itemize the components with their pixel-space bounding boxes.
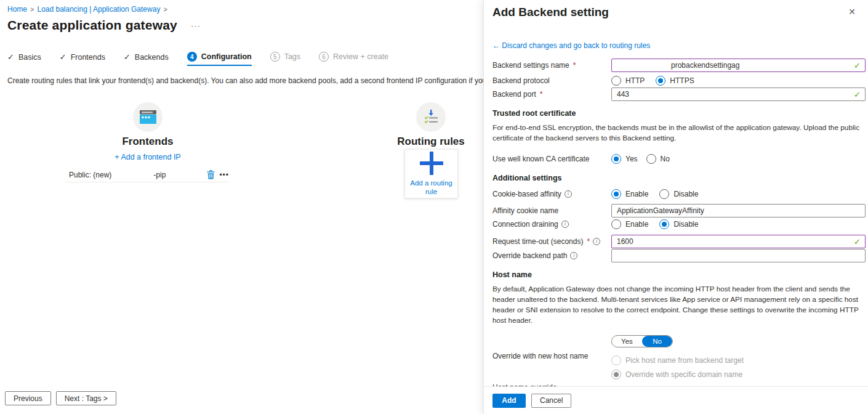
required-asterisk: * (573, 61, 576, 70)
override-with-new-host-name-label: Override with new host name (492, 352, 588, 360)
more-options-icon[interactable]: ··· (191, 21, 201, 30)
connection-draining-label: Connection draining (492, 220, 558, 229)
override-backend-path-input[interactable] (611, 249, 866, 262)
override-backend-path-label: Override backend path (492, 251, 567, 260)
frontends-section-title: Frontends (86, 136, 209, 148)
tab-tags[interactable]: 5 Tags (270, 52, 300, 66)
breadcrumb-load-balancing-link[interactable]: Load balancing | Application Gateway (37, 5, 160, 14)
add-routing-rule-label: Add a routing rule (409, 179, 454, 197)
radio-icon (659, 189, 669, 199)
radio-disabled-checked-icon (611, 370, 621, 380)
required-asterisk: * (540, 90, 543, 99)
info-icon[interactable]: i (565, 190, 572, 198)
override-specific-domain-radio: Override with specific domain name (611, 370, 866, 380)
tab-basics[interactable]: ✓ Basics (7, 52, 41, 66)
protocol-http-radio[interactable]: HTTP (611, 76, 645, 86)
backend-protocol-label: Backend protocol (492, 76, 550, 85)
backend-settings-name-label: Backend settings name (492, 61, 569, 70)
request-timeout-input[interactable] (611, 235, 866, 248)
use-well-known-ca-label: Use well known CA certificate (492, 155, 589, 163)
chevron-right-icon: > (30, 6, 34, 13)
frontend-ip-row: Public: (new) -pip ••• (65, 168, 229, 182)
add-button[interactable]: Add (492, 394, 526, 408)
info-icon[interactable]: i (561, 221, 569, 228)
discard-changes-link[interactable]: ← Discard changes and go back to routing… (492, 41, 859, 50)
backend-settings-name-input[interactable] (611, 59, 866, 72)
row-more-options-icon[interactable]: ••• (219, 171, 229, 179)
panel-title: Add Backend setting (492, 6, 609, 19)
affinity-cookie-name-input[interactable] (611, 204, 866, 217)
radio-icon (646, 154, 656, 164)
ca-no-radio[interactable]: No (646, 154, 670, 164)
backend-port-input[interactable] (611, 87, 866, 101)
protocol-https-radio[interactable]: HTTPS (656, 76, 694, 86)
routing-rules-section-title: Routing rules (369, 136, 492, 148)
tab-backends[interactable]: ✓ Backends (124, 52, 169, 66)
radio-checked-icon (659, 219, 669, 229)
radio-checked-icon (611, 189, 621, 199)
radio-icon (611, 76, 621, 86)
tab-configuration[interactable]: 4 Configuration (187, 52, 252, 66)
page-title: Create application gateway (7, 18, 177, 33)
radio-checked-icon (611, 154, 621, 164)
close-icon[interactable]: ✕ (846, 6, 858, 18)
connection-draining-disable-radio[interactable]: Disable (659, 219, 698, 229)
connection-draining-enable-radio[interactable]: Enable (611, 219, 648, 229)
additional-settings-heading: Additional settings (492, 174, 866, 182)
routing-rules-icon (416, 102, 446, 132)
chevron-right-icon: > (163, 6, 167, 13)
override-hostname-toggle[interactable]: Yes No (611, 335, 673, 347)
radio-icon (611, 219, 621, 229)
step-number-badge: 5 (270, 52, 280, 62)
add-backend-setting-panel: Add Backend setting ✕ ← Discard changes … (483, 0, 868, 414)
info-icon[interactable]: i (570, 252, 577, 259)
check-icon: ✓ (60, 52, 66, 62)
radio-checked-icon (656, 76, 665, 86)
cookie-based-affinity-label: Cookie-based affinity (492, 190, 561, 198)
radio-disabled-icon (611, 355, 621, 365)
info-icon[interactable]: i (593, 238, 600, 245)
required-asterisk: * (587, 237, 590, 246)
frontend-ip-name-suffix: -pip (153, 171, 166, 179)
host-name-heading: Host name (492, 270, 866, 279)
frontend-ip-name: Public: (new) (69, 171, 111, 179)
trusted-root-certificate-heading: Trusted root certificate (492, 109, 866, 118)
trusted-root-certificate-description: For end-to-end SSL encryption, the backe… (492, 123, 862, 144)
ca-yes-radio[interactable]: Yes (611, 154, 638, 164)
delete-trash-icon[interactable] (207, 170, 215, 179)
request-timeout-label: Request time-out (seconds) (492, 237, 583, 246)
cookie-affinity-enable-radio[interactable]: Enable (611, 189, 648, 199)
pick-host-name-radio: Pick host name from backend target (611, 355, 866, 365)
backend-port-label: Backend port (492, 90, 536, 99)
cookie-affinity-disable-radio[interactable]: Disable (659, 189, 698, 199)
step-number-badge: 6 (319, 52, 329, 62)
breadcrumb-home-link[interactable]: Home (7, 5, 27, 14)
step-number-badge: 4 (187, 52, 197, 62)
check-icon: ✓ (124, 52, 131, 62)
plus-icon (420, 152, 443, 175)
next-tags-button[interactable]: Next : Tags > (56, 391, 116, 405)
affinity-cookie-name-label: Affinity cookie name (492, 206, 558, 215)
tab-frontends[interactable]: ✓ Frontends (60, 52, 105, 66)
cancel-button[interactable]: Cancel (531, 394, 571, 408)
tab-review-create[interactable]: 6 Review + create (319, 52, 388, 66)
host-name-description: By default, Application Gateway does not… (492, 284, 862, 326)
add-routing-rule-card[interactable]: Add a routing rule (404, 149, 458, 198)
previous-button[interactable]: Previous (5, 391, 51, 405)
frontends-icon (133, 102, 163, 132)
add-frontend-ip-link[interactable]: + Add a frontend IP (86, 153, 209, 161)
check-icon: ✓ (7, 52, 14, 62)
